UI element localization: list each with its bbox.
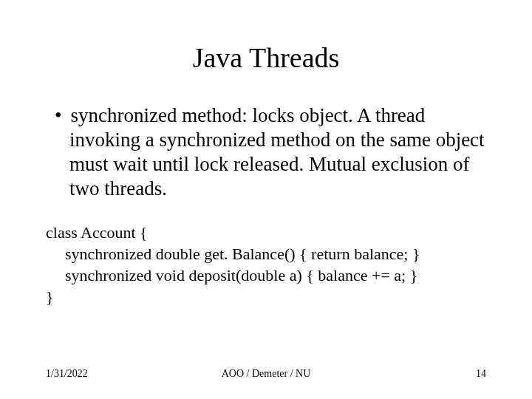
footer-center: AOO / Demeter / NU xyxy=(0,368,532,380)
code-line: synchronized void deposit(double a) { ba… xyxy=(46,265,486,286)
slide: Java Threads synchronized method: locks … xyxy=(0,0,532,399)
bullet-list: synchronized method: locks object. A thr… xyxy=(46,103,486,201)
bullet-item: synchronized method: locks object. A thr… xyxy=(55,103,486,201)
slide-footer: 1/31/2022 AOO / Demeter / NU 14 xyxy=(0,368,532,380)
code-line: synchronized double get. Balance() { ret… xyxy=(46,243,486,265)
slide-title: Java Threads xyxy=(46,41,486,74)
code-line: } xyxy=(46,287,54,306)
code-block: class Account { synchronized double get.… xyxy=(46,222,486,307)
code-line: class Account { xyxy=(46,223,148,242)
